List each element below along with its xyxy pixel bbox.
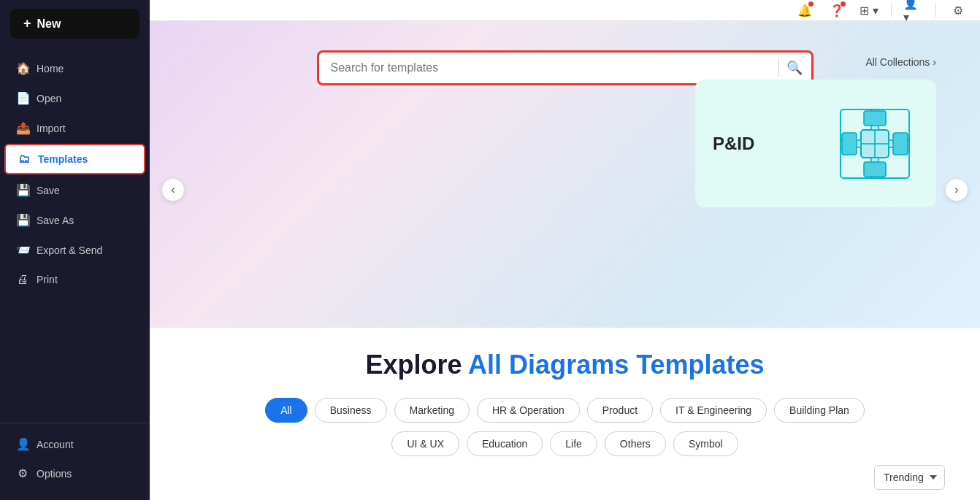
print-icon: 🖨 [16, 273, 29, 286]
save-icon: 💾 [16, 183, 29, 197]
open-icon: 📄 [16, 91, 29, 105]
sidebar-item-export-send[interactable]: 📨 Export & Send [4, 236, 145, 264]
pid-card[interactable]: P&ID [695, 80, 936, 207]
grid-menu-button[interactable]: ⊞ ▾ [859, 0, 879, 20]
explore-title-highlight: All Diagrams Templates [468, 350, 764, 380]
sidebar-item-import-label: Import [37, 123, 66, 134]
help-button[interactable]: ❓ [827, 0, 847, 20]
topbar: 🔔 ❓ ⊞ ▾ 👤 ▾ ⚙ [150, 0, 980, 21]
filter-chip-building-plan[interactable]: Building Plan [774, 398, 865, 423]
svg-rect-9 [893, 133, 908, 155]
options-icon: ⚙ [16, 466, 29, 480]
sidebar-item-print[interactable]: 🖨 Print [4, 266, 145, 293]
sidebar: + New 🏠 Home 📄 Open 📤 Import 🗂 Templates… [0, 0, 150, 500]
settings-button[interactable]: ⚙ [948, 0, 968, 20]
sidebar-item-options-label: Options [37, 468, 72, 480]
sidebar-item-account-label: Account [37, 439, 74, 450]
toolbar-row: Trending Newest Popular [179, 465, 951, 490]
topbar-divider [891, 3, 892, 18]
filter-row-2: UI & UX Education Life Others Symbol [179, 431, 951, 456]
notification-badge [808, 1, 814, 7]
sidebar-item-print-label: Print [37, 274, 58, 285]
sidebar-nav: 🏠 Home 📄 Open 📤 Import 🗂 Templates 💾 Sav… [0, 47, 150, 423]
sidebar-item-export-send-label: Export & Send [37, 245, 102, 256]
filter-chip-marketing[interactable]: Marketing [394, 398, 470, 423]
main-content: 🔔 ❓ ⊞ ▾ 👤 ▾ ⚙ 🔍 All Collections › P&ID [150, 0, 980, 500]
explore-title-plain: Explore [365, 350, 468, 380]
account-icon: 👤 [16, 437, 29, 451]
import-icon: 📤 [16, 121, 29, 135]
new-button[interactable]: + New [10, 9, 139, 39]
filter-chip-others[interactable]: Others [605, 431, 666, 456]
filter-chip-education[interactable]: Education [467, 431, 543, 456]
user-button[interactable]: 👤 ▾ [903, 0, 924, 20]
sidebar-item-account[interactable]: 👤 Account [4, 430, 145, 458]
svg-rect-8 [842, 133, 857, 155]
new-button-label: New [37, 18, 61, 31]
search-icon[interactable]: 🔍 [786, 60, 803, 76]
collections-link-label: All Collections [865, 56, 930, 68]
collections-link-chevron: › [933, 56, 936, 68]
filter-row-1: All Business Marketing HR & Operation Pr… [179, 398, 951, 423]
home-icon: 🏠 [16, 61, 29, 75]
sidebar-item-templates-label: Templates [38, 153, 88, 165]
carousel-prev-button[interactable]: ‹ [161, 178, 185, 201]
filter-chip-product[interactable]: Product [587, 398, 653, 423]
svg-rect-6 [864, 111, 886, 126]
carousel-next-button[interactable]: › [945, 178, 968, 201]
plus-icon: + [23, 16, 31, 31]
sidebar-item-home-label: Home [37, 63, 64, 74]
sidebar-item-home[interactable]: 🏠 Home [4, 54, 145, 82]
filter-chip-all[interactable]: All [265, 398, 307, 423]
filter-chip-symbol[interactable]: Symbol [673, 431, 738, 456]
hero-section: 🔍 All Collections › P&ID [150, 21, 980, 328]
all-collections-link[interactable]: All Collections › [865, 56, 936, 68]
filter-chip-hr-operation[interactable]: HR & Operation [477, 398, 580, 423]
sidebar-item-save-as-label: Save As [37, 215, 74, 226]
save-as-icon: 💾 [16, 213, 29, 227]
pid-graphic [831, 100, 919, 188]
sidebar-item-import[interactable]: 📤 Import [4, 114, 145, 142]
explore-title: Explore All Diagrams Templates [179, 350, 951, 380]
sidebar-item-templates[interactable]: 🗂 Templates [4, 144, 145, 174]
svg-rect-7 [864, 162, 886, 177]
sidebar-item-save[interactable]: 💾 Save [4, 176, 145, 204]
sidebar-item-save-label: Save [37, 185, 60, 196]
templates-icon: 🗂 [18, 153, 31, 166]
filter-chip-life[interactable]: Life [550, 431, 597, 456]
search-input[interactable] [328, 55, 771, 80]
sidebar-item-options[interactable]: ⚙ Options [4, 459, 145, 488]
filter-chip-it-engineering[interactable]: IT & Engineering [660, 398, 767, 423]
pid-label: P&ID [713, 134, 754, 154]
filter-chip-business[interactable]: Business [315, 398, 387, 423]
explore-section: Explore All Diagrams Templates All Busin… [150, 328, 980, 500]
help-badge [841, 1, 846, 7]
sidebar-bottom: 👤 Account ⚙ Options [0, 423, 150, 500]
sidebar-item-open[interactable]: 📄 Open [4, 84, 145, 112]
export-icon: 📨 [16, 243, 29, 257]
filter-chip-ui-ux[interactable]: UI & UX [391, 431, 459, 456]
sidebar-item-open-label: Open [37, 93, 61, 104]
sort-select[interactable]: Trending Newest Popular [874, 465, 945, 490]
search-divider [778, 59, 779, 77]
notification-button[interactable]: 🔔 [795, 0, 815, 20]
topbar-divider-2 [935, 3, 936, 18]
sidebar-item-save-as[interactable]: 💾 Save As [4, 206, 145, 234]
